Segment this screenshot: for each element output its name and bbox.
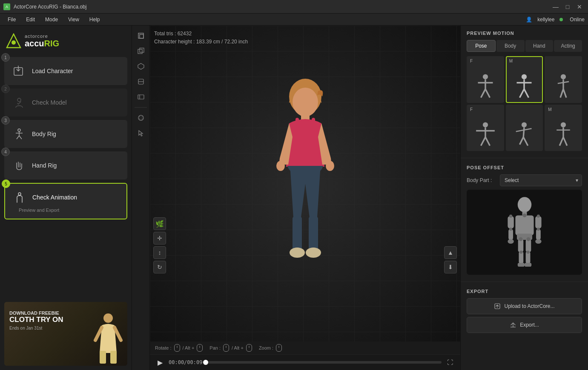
rotate-alt-mouse-icon (197, 344, 203, 352)
menu-file[interactable]: File (3, 15, 20, 24)
step-hand-rig[interactable]: 4 Hand Rig (4, 151, 127, 179)
titlebar-left: A ActorCore AccuRIG - Bianca.obj (3, 3, 86, 10)
minimize-button[interactable]: — (551, 2, 561, 12)
maximize-button[interactable]: □ (562, 2, 573, 12)
svg-point-23 (140, 115, 142, 120)
viewport-canvas[interactable]: Total tris : 62432 Character height : 18… (150, 26, 460, 342)
logo-icon (6, 33, 21, 48)
svg-point-86 (509, 228, 512, 231)
svg-rect-16 (140, 48, 144, 52)
svg-rect-13 (138, 33, 143, 38)
svg-rect-70 (535, 216, 541, 228)
step-body-rig[interactable]: 3 Body Rig (4, 120, 127, 148)
window-title: ActorCore AccuRIG - Bianca.obj (14, 4, 86, 10)
svg-rect-72 (536, 229, 541, 240)
export-button[interactable]: Export... (467, 317, 582, 333)
online-status-dot (559, 18, 563, 21)
step-1-labels: Load Character (32, 68, 73, 74)
svg-line-64 (563, 137, 567, 146)
svg-rect-80 (525, 263, 531, 267)
pose-cell-5[interactable] (506, 105, 543, 151)
export-section: EXPORT Upload to ActorCore... Export... (461, 284, 588, 341)
pose-figure-1 (473, 72, 498, 102)
promo-date: Ends on Jan 31st (9, 326, 63, 330)
svg-line-59 (524, 137, 528, 146)
pose-figure-5 (511, 120, 537, 150)
step-load-character[interactable]: 1 Load Character (4, 57, 127, 85)
timeline-thumb[interactable] (203, 360, 208, 365)
preview-motion-title: PREVIEW MOTION (467, 31, 582, 36)
vp-btn-rotate[interactable]: ↻ (153, 261, 166, 273)
vp-btn-vertical[interactable]: ↕ (153, 246, 166, 259)
pose-cell-6[interactable]: M (545, 105, 582, 151)
viewport-controls-bar: Rotate : / Alt + Pan : / Alt + Zoom : (150, 342, 460, 354)
right-panel-scroll[interactable]: PREVIEW MOTION Pose Body Hand Acting F (461, 26, 588, 370)
svg-rect-15 (138, 49, 142, 54)
svg-line-58 (520, 137, 524, 145)
svg-point-33 (290, 248, 305, 258)
upload-to-actorcore-button[interactable]: Upload to ActorCore... (467, 298, 582, 314)
tool-pointer[interactable] (134, 126, 148, 140)
window-controls[interactable]: — □ ✕ (551, 2, 585, 12)
body-part-row: Body Part : Select ▾ (467, 174, 582, 186)
svg-rect-76 (525, 239, 531, 252)
timeline-scrubber[interactable] (206, 361, 442, 364)
pose-preview-box (467, 190, 582, 275)
svg-rect-71 (508, 229, 513, 240)
tab-hand[interactable]: Hand (525, 40, 554, 52)
tab-body[interactable]: Body (496, 40, 525, 52)
tool-cube-3[interactable] (134, 60, 148, 73)
preview-motion-section: PREVIEW MOTION Pose Body Hand Acting F (461, 26, 588, 156)
tab-pose[interactable]: Pose (467, 40, 496, 52)
upload-label: Upload to ActorCore... (504, 303, 554, 309)
step-4-title: Hand Rig (32, 162, 57, 169)
vp-btn-leaf[interactable]: 🌿 (153, 217, 166, 230)
pose-offset-title: POSE OFFSET (467, 165, 582, 170)
tool-cube-4[interactable] (134, 75, 148, 88)
fullscreen-button[interactable]: ⛶ (445, 357, 455, 367)
svg-point-55 (522, 122, 527, 128)
svg-rect-11 (100, 351, 106, 364)
svg-point-4 (18, 129, 20, 131)
tool-cube-2[interactable] (134, 44, 148, 58)
pose-cell-1[interactable]: F (467, 56, 504, 103)
pose-cell-4[interactable]: F (467, 105, 504, 151)
tool-sphere[interactable] (134, 111, 148, 125)
zoom-mouse-icon (276, 344, 282, 352)
upload-icon (494, 303, 501, 310)
close-button[interactable]: ✕ (574, 2, 585, 12)
promo-pretitle: DOWNLOAD FREEBIE (9, 310, 63, 316)
vp-btn-camera[interactable]: ▲ (444, 246, 457, 259)
svg-rect-75 (518, 239, 523, 252)
menu-help[interactable]: Help (85, 15, 104, 24)
step-3-labels: Body Rig (32, 131, 56, 137)
body-part-select[interactable]: Select ▾ (500, 174, 582, 186)
svg-point-89 (526, 250, 529, 253)
pose-figure-2 (511, 72, 537, 102)
svg-line-38 (481, 89, 485, 97)
tool-cube-5[interactable] (134, 90, 148, 104)
vp-btn-move[interactable]: ✛ (153, 232, 166, 245)
pose-cell-3[interactable] (545, 56, 582, 103)
svg-rect-69 (508, 216, 513, 228)
hand-rig-icon (11, 158, 27, 173)
step-check-animation[interactable]: 5 Check Animation Preview and Export (4, 183, 127, 219)
select-arrow: ▾ (576, 177, 578, 183)
export-icon (510, 322, 516, 328)
menu-view[interactable]: View (64, 15, 83, 24)
pose-label-4: F (470, 107, 473, 112)
menu-mode[interactable]: Mode (41, 15, 62, 24)
svg-point-83 (522, 213, 526, 217)
svg-point-65 (517, 197, 531, 212)
step-number-5: 5 (2, 179, 10, 188)
play-button[interactable]: ▶ (155, 357, 165, 367)
tab-acting[interactable]: Acting (554, 40, 582, 52)
svg-point-22 (138, 115, 143, 120)
svg-line-44 (524, 89, 529, 97)
svg-rect-20 (138, 95, 144, 99)
menu-edit[interactable]: Edit (22, 15, 39, 24)
vp-btn-download[interactable]: ⬇ (444, 261, 457, 273)
pose-cell-2[interactable]: M (506, 56, 543, 103)
tool-cube-1[interactable] (134, 29, 148, 43)
promo-banner[interactable]: DOWNLOAD FREEBIE CLOTH TRY ON Ends on Ja… (4, 302, 127, 366)
